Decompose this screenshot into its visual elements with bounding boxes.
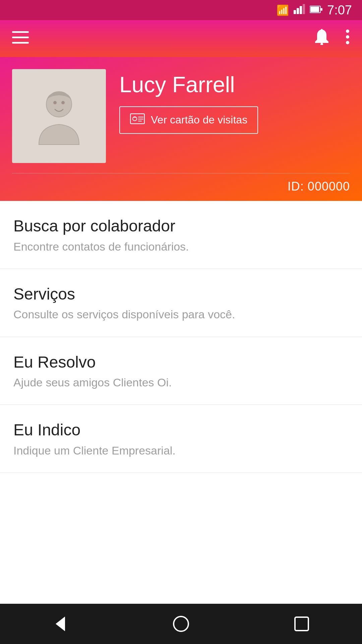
home-button[interactable] xyxy=(164,607,198,641)
profile-info: Lucy Farrell Ver cartão de visitas xyxy=(119,69,258,134)
svg-rect-7 xyxy=(12,31,29,33)
svg-marker-23 xyxy=(56,616,65,631)
profile-row: Lucy Farrell Ver cartão de visitas xyxy=(12,69,350,173)
status-bar: 📶 7:07 xyxy=(0,0,362,20)
visit-card-button[interactable]: Ver cartão de visitas xyxy=(119,106,258,134)
wifi-icon: 📶 xyxy=(277,4,289,16)
menu-item-eu-resolvo-subtitle: Ajude seus amigos Clientes Oi. xyxy=(13,375,349,390)
menu-item-servicos[interactable]: Serviços Consulte os serviços disponívei… xyxy=(0,269,362,337)
svg-point-12 xyxy=(346,35,349,39)
svg-rect-0 xyxy=(294,10,296,14)
menu-item-eu-indico[interactable]: Eu Indico Indique um Cliente Empresarial… xyxy=(0,405,362,473)
id-row: ID: 000000 xyxy=(12,173,350,201)
svg-rect-2 xyxy=(300,6,302,14)
svg-point-24 xyxy=(174,616,188,631)
svg-rect-6 xyxy=(321,8,322,11)
svg-rect-1 xyxy=(297,8,299,14)
menu-item-busca[interactable]: Busca por colaborador Encontre contatos … xyxy=(0,201,362,269)
time-display: 7:07 xyxy=(327,3,352,17)
menu-item-eu-resolvo-title: Eu Resolvo xyxy=(13,353,349,372)
svg-rect-5 xyxy=(310,7,319,12)
signal-icon xyxy=(294,4,305,16)
svg-rect-9 xyxy=(12,42,29,44)
menu-item-eu-indico-subtitle: Indique um Cliente Empresarial. xyxy=(13,443,349,458)
svg-point-13 xyxy=(346,41,349,44)
menu-item-busca-subtitle: Encontre contatos de funcionários. xyxy=(13,239,349,254)
svg-point-11 xyxy=(346,30,349,33)
header-profile: Lucy Farrell Ver cartão de visitas ID: 0 xyxy=(0,57,362,201)
bell-icon[interactable] xyxy=(314,29,329,48)
menu-list: Busca por colaborador Encontre contatos … xyxy=(0,201,362,473)
profile-name: Lucy Farrell xyxy=(119,72,258,97)
visit-card-label: Ver cartão de visitas xyxy=(151,114,247,126)
card-icon xyxy=(130,113,145,127)
svg-point-16 xyxy=(61,101,65,104)
menu-item-eu-indico-title: Eu Indico xyxy=(13,420,349,440)
menu-item-eu-resolvo[interactable]: Eu Resolvo Ajude seus amigos Clientes Oi… xyxy=(0,337,362,405)
menu-item-busca-title: Busca por colaborador xyxy=(13,216,349,236)
svg-point-10 xyxy=(320,43,323,45)
menu-item-servicos-subtitle: Consulte os serviços disponíveis para vo… xyxy=(13,307,349,322)
svg-point-15 xyxy=(53,101,57,104)
svg-rect-3 xyxy=(303,4,305,14)
nav-bar xyxy=(0,604,362,644)
back-button[interactable] xyxy=(44,607,77,641)
app-bar xyxy=(0,20,362,57)
battery-icon xyxy=(310,4,322,16)
svg-rect-25 xyxy=(295,617,308,631)
hamburger-icon[interactable] xyxy=(12,31,29,46)
recents-button[interactable] xyxy=(285,607,318,641)
avatar xyxy=(12,69,106,163)
more-icon[interactable] xyxy=(345,29,350,48)
svg-rect-8 xyxy=(12,37,29,38)
id-label: ID: 000000 xyxy=(288,179,350,194)
menu-item-servicos-title: Serviços xyxy=(13,284,349,304)
